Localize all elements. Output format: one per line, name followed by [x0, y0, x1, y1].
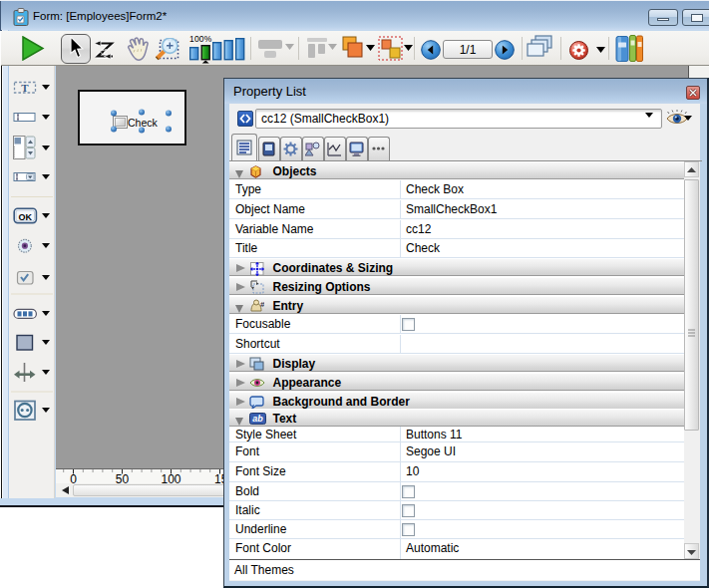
svg-text:T: T: [21, 82, 29, 94]
svg-text:#: #: [260, 300, 264, 309]
svg-text:0: 0: [70, 472, 77, 483]
svg-text:100: 100: [161, 472, 180, 483]
svg-text:ab: ab: [252, 414, 263, 424]
svg-text:50: 50: [116, 472, 130, 483]
svg-text:OK: OK: [19, 212, 33, 222]
